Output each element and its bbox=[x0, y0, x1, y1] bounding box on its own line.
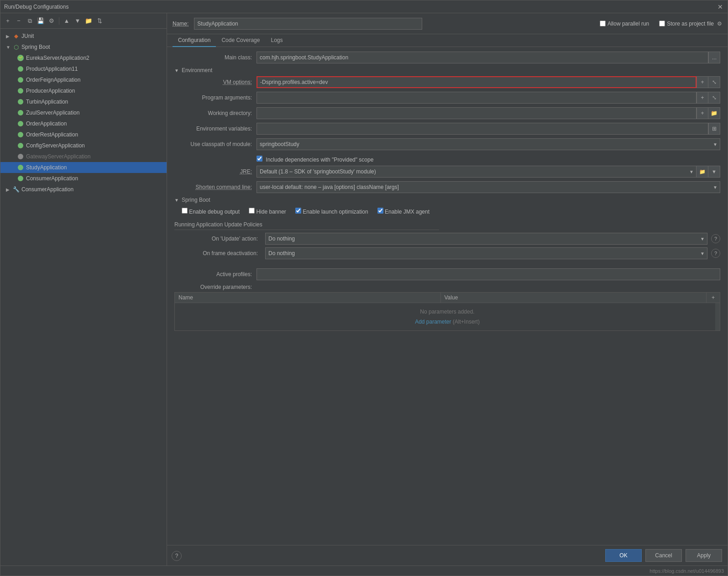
tab-configuration[interactable]: Configuration bbox=[173, 34, 216, 47]
sidebar-item-label-templates: ConsumerApplication bbox=[21, 186, 73, 193]
environment-arrow: ▼ bbox=[174, 68, 179, 73]
main-class-input[interactable] bbox=[257, 52, 708, 63]
sidebar-item-junit[interactable]: ▶ ◆ JUnit bbox=[0, 31, 167, 42]
close-button[interactable]: ✕ bbox=[717, 3, 724, 10]
jre-select[interactable]: Default (1.8 – SDK of 'springbootStudy' … bbox=[257, 166, 697, 178]
program-args-row: Program arguments: + ⤡ bbox=[174, 92, 720, 104]
active-profiles-input[interactable] bbox=[257, 268, 720, 280]
env-vars-input[interactable] bbox=[257, 123, 708, 135]
active-profiles-row: Active profiles: bbox=[174, 268, 720, 280]
enable-jmx-checkbox[interactable] bbox=[377, 208, 383, 214]
apply-button[interactable]: Apply bbox=[686, 549, 722, 562]
jre-dropdown-button[interactable]: ▼ bbox=[708, 166, 720, 178]
cancel-button[interactable]: Cancel bbox=[645, 549, 682, 562]
add-param-anchor[interactable]: Add parameter bbox=[415, 319, 451, 325]
store-project-checkbox[interactable] bbox=[659, 21, 665, 26]
allow-parallel-checkbox[interactable] bbox=[600, 21, 606, 26]
sidebar-item-gateway[interactable]: GatewayServerApplication bbox=[0, 151, 167, 162]
ok-button[interactable]: OK bbox=[605, 549, 642, 562]
expand-icon-junit: ▶ bbox=[6, 34, 12, 39]
spring-boot-label: Spring Boot bbox=[182, 197, 210, 203]
classpath-select-wrapper: springbootStudy ▼ bbox=[257, 138, 720, 150]
enable-debug-checkbox[interactable] bbox=[182, 208, 188, 214]
classpath-select[interactable]: springbootStudy bbox=[257, 138, 720, 150]
working-dir-input[interactable] bbox=[257, 107, 697, 119]
tab-code-coverage[interactable]: Code Coverage bbox=[216, 34, 265, 47]
allow-parallel-label[interactable]: Allow parallel run bbox=[600, 21, 649, 27]
enable-launch-checkbox[interactable] bbox=[295, 208, 301, 214]
working-dir-row: Working directory: + 📁 bbox=[174, 107, 720, 119]
sidebar-item-product[interactable]: ProductApplication11 bbox=[0, 63, 167, 74]
add-config-button[interactable]: + bbox=[3, 16, 12, 26]
on-update-select[interactable]: Do nothing bbox=[265, 233, 707, 245]
sidebar-item-templates[interactable]: ▶ 🔧 ConsumerApplication bbox=[0, 184, 167, 195]
tab-logs[interactable]: Logs bbox=[265, 34, 288, 47]
save-config-button[interactable]: 💾 bbox=[36, 16, 45, 26]
sidebar-item-consumer[interactable]: ConsumerApplication bbox=[0, 173, 167, 184]
add-param-link[interactable]: Add parameter (Alt+Insert) bbox=[175, 317, 720, 327]
include-deps-label-wrap[interactable]: Include dependencies with "Provided" sco… bbox=[257, 156, 373, 163]
enable-launch-text: Enable launch optimization bbox=[303, 209, 368, 215]
on-frame-help-button[interactable]: ? bbox=[711, 249, 720, 258]
include-deps-checkbox[interactable] bbox=[257, 156, 262, 162]
sidebar-item-label-orderfeign: OrderFeignApplication bbox=[26, 77, 80, 83]
sidebar-item-spring-boot[interactable]: ▼ ⬡ Spring Boot bbox=[0, 42, 167, 52]
title-bar: Run/Debug Configurations ✕ bbox=[0, 0, 728, 13]
env-vars-row: Environment variables: ⊞ bbox=[174, 123, 720, 135]
sidebar-item-orderfeign[interactable]: OrderFeignApplication bbox=[0, 74, 167, 85]
program-args-fullscreen-button[interactable]: ⤡ bbox=[708, 92, 720, 104]
sidebar-item-label-gateway: GatewayServerApplication bbox=[26, 153, 90, 160]
params-scrollbar[interactable] bbox=[715, 303, 720, 330]
sidebar-item-zuul[interactable]: ZuulServerApplication bbox=[0, 107, 167, 118]
name-input[interactable] bbox=[194, 18, 422, 30]
vm-options-input[interactable] bbox=[257, 76, 697, 88]
on-frame-select[interactable]: Do nothing bbox=[265, 247, 707, 259]
sidebar-item-orderrest[interactable]: OrderRestApplication bbox=[0, 129, 167, 140]
env-vars-edit-button[interactable]: ⊞ bbox=[708, 123, 720, 135]
program-args-expand-button[interactable]: + bbox=[697, 92, 708, 104]
move-down-button[interactable]: ▼ bbox=[73, 16, 82, 26]
jre-folder-button[interactable]: 📁 bbox=[697, 166, 708, 178]
sidebar-item-label-junit: JUnit bbox=[21, 33, 34, 39]
settings-config-button[interactable]: ⚙ bbox=[47, 16, 56, 26]
sort-button[interactable]: ⇅ bbox=[95, 16, 104, 26]
include-deps-text: Include dependencies with "Provided" sco… bbox=[266, 157, 373, 163]
working-dir-folder-button[interactable]: 📁 bbox=[708, 107, 720, 119]
working-dir-expand-button[interactable]: + bbox=[697, 107, 708, 119]
spring-icon-order bbox=[17, 120, 24, 127]
sidebar-item-label-study: StudyApplication bbox=[26, 164, 67, 171]
help-button[interactable]: ? bbox=[172, 551, 182, 561]
store-project-label[interactable]: Store as project file ⚙ bbox=[659, 21, 722, 27]
enable-launch-label[interactable]: Enable launch optimization bbox=[295, 208, 368, 215]
vm-options-fullscreen-button[interactable]: ⤡ bbox=[708, 76, 720, 88]
on-update-help-button[interactable]: ? bbox=[711, 234, 720, 243]
vm-options-row: VM options: + ⤡ bbox=[174, 76, 720, 88]
enable-debug-label[interactable]: Enable debug output bbox=[182, 208, 240, 215]
add-param-shortcut: (Alt+Insert) bbox=[453, 319, 480, 325]
classpath-row: Use classpath of module: springbootStudy… bbox=[174, 138, 720, 150]
add-param-icon-button[interactable]: + bbox=[706, 293, 720, 303]
sidebar-item-producer[interactable]: ProducerApplication bbox=[0, 85, 167, 96]
sidebar-toolbar: + − ⧉ 💾 ⚙ ▲ ▼ 📁 ⇅ bbox=[0, 13, 167, 29]
main-class-browse-button[interactable]: ... bbox=[708, 52, 720, 63]
hide-banner-checkbox[interactable] bbox=[249, 208, 255, 214]
spring-boot-section-header[interactable]: ▼ Spring Boot bbox=[174, 197, 720, 203]
override-params-label: Override parameters: bbox=[174, 284, 257, 290]
sidebar-item-eureka[interactable]: 🌱 EurekaServerApplication2 bbox=[0, 52, 167, 63]
program-args-input[interactable] bbox=[257, 92, 697, 104]
hide-banner-label[interactable]: Hide banner bbox=[249, 208, 286, 215]
sidebar-item-study[interactable]: StudyApplication bbox=[0, 162, 167, 173]
params-value-col: Value bbox=[441, 293, 707, 303]
environment-section-header[interactable]: ▼ Environment bbox=[174, 67, 720, 73]
folder-button[interactable]: 📁 bbox=[84, 16, 93, 26]
sidebar-item-config[interactable]: ConfigServerApplication bbox=[0, 140, 167, 151]
sidebar-item-turbin[interactable]: TurbinApplication bbox=[0, 96, 167, 107]
shorten-cmd-select[interactable]: user-local default: none – java [options… bbox=[257, 181, 720, 193]
remove-config-button[interactable]: − bbox=[14, 16, 23, 26]
shorten-cmd-label: Shorten command line: bbox=[174, 184, 257, 190]
sidebar-item-order[interactable]: OrderApplication bbox=[0, 118, 167, 129]
enable-jmx-label[interactable]: Enable JMX agent bbox=[377, 208, 429, 215]
copy-config-button[interactable]: ⧉ bbox=[25, 16, 34, 26]
move-up-button[interactable]: ▲ bbox=[62, 16, 71, 26]
vm-options-expand-button[interactable]: + bbox=[697, 76, 708, 88]
